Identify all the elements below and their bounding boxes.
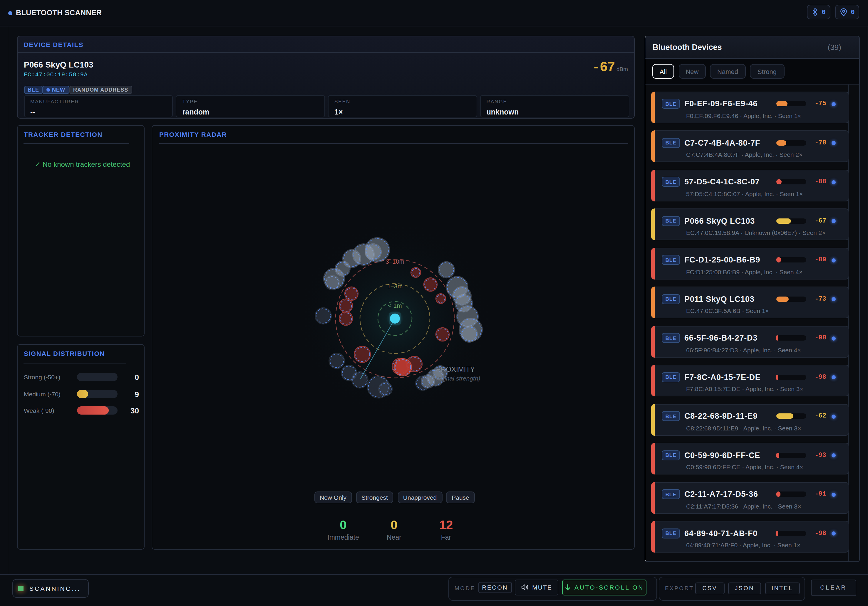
svg-text:(signal strength): (signal strength) xyxy=(436,375,480,381)
svg-text:< 1m: < 1m xyxy=(388,302,402,309)
svg-text:1–3m: 1–3m xyxy=(387,283,403,289)
svg-text:3–10m: 3–10m xyxy=(386,258,404,264)
svg-text:PROXIMITY: PROXIMITY xyxy=(436,365,475,373)
